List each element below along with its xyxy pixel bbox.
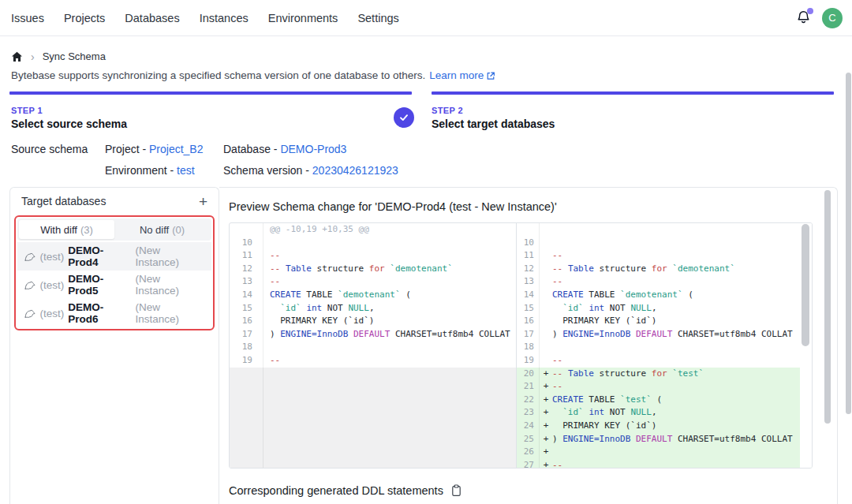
diff-line: 14CREATE TABLE `demotenant` ( bbox=[517, 289, 812, 302]
mysql-icon bbox=[24, 252, 36, 262]
diff-empty-filler bbox=[230, 368, 516, 468]
schema-version-link[interactable]: 20230426121923 bbox=[312, 164, 398, 177]
editor-scrollbar-track bbox=[800, 223, 812, 468]
tab-no-diff-count: (0) bbox=[172, 224, 185, 236]
diff-line: 20+-- Table structure for `test` bbox=[517, 368, 812, 381]
diff-line: 26+ bbox=[517, 446, 812, 459]
diff-line: 12-- Table structure for `demotenant` bbox=[517, 263, 812, 276]
step1-title: Select source schema bbox=[11, 118, 127, 130]
copy-ddl-icon[interactable] bbox=[450, 484, 462, 497]
home-icon[interactable] bbox=[11, 51, 23, 62]
learn-more-link[interactable]: Learn more bbox=[429, 69, 495, 81]
diff-hunk-header: @@ -10,19 +10,35 @@ bbox=[230, 223, 516, 237]
diff-line: 21+-- bbox=[517, 380, 812, 394]
nav-item-projects[interactable]: Projects bbox=[64, 12, 105, 24]
database-label: Database - bbox=[223, 143, 280, 155]
database-row-demo-prod4[interactable]: (test) DEMO-Prod4 (New Instance) bbox=[17, 242, 211, 271]
db-name: DEMO-Prod4 bbox=[68, 245, 131, 268]
diff-line: 15 `id` int NOT NULL, bbox=[230, 302, 516, 315]
diff-line: 16 PRIMARY KEY (`id`) bbox=[230, 315, 516, 328]
diff-line: 11-- bbox=[230, 249, 516, 263]
step1-progress-bar bbox=[9, 91, 412, 95]
page-scrollbar[interactable] bbox=[846, 73, 851, 414]
top-nav: Issues Projects Databases Instances Envi… bbox=[0, 0, 852, 36]
db-env: (test) bbox=[39, 308, 64, 319]
tab-no-diff[interactable]: No diff (0) bbox=[114, 220, 210, 239]
tab-with-diff-label: With diff bbox=[40, 224, 77, 236]
nav-item-databases[interactable]: Databases bbox=[125, 12, 179, 24]
preview-panel-scrollbar[interactable] bbox=[824, 190, 831, 424]
step2-progress-bar bbox=[432, 91, 834, 95]
notification-bell-icon[interactable] bbox=[795, 9, 812, 26]
diff-line: 23+ `id` int NOT NULL, bbox=[517, 406, 812, 420]
nav-item-settings[interactable]: Settings bbox=[357, 12, 398, 24]
diff-line: 11-- bbox=[517, 249, 812, 263]
schema-version-label: Schema version - bbox=[223, 164, 312, 177]
mysql-icon bbox=[24, 308, 36, 319]
database-row-demo-prod6[interactable]: (test) DEMO-Prod6 (New Instance) bbox=[17, 299, 211, 327]
source-environment-row: Environment - test bbox=[105, 164, 204, 177]
diff-line: 14CREATE TABLE `demotenant` ( bbox=[230, 289, 516, 302]
editor-scrollbar[interactable] bbox=[802, 224, 809, 346]
tab-with-diff[interactable]: With diff (3) bbox=[19, 220, 114, 239]
target-databases-title: Target databases bbox=[21, 195, 106, 207]
db-name: DEMO-Prod5 bbox=[68, 273, 131, 297]
nav-item-instances[interactable]: Instances bbox=[200, 12, 248, 24]
project-link[interactable]: Project_B2 bbox=[149, 143, 203, 155]
db-note: (New Instance) bbox=[135, 245, 204, 268]
target-databases-highlight-box: With diff (3) No diff (0) (test) DEMO-Pr… bbox=[14, 215, 215, 330]
intro-text: Bytebase supports synchronizing a specif… bbox=[11, 69, 425, 81]
preview-title: Preview Schema change for 'DEMO-Prod4 (t… bbox=[229, 200, 557, 213]
db-name: DEMO-Prod6 bbox=[68, 301, 131, 325]
diff-line: 10 bbox=[517, 237, 812, 250]
add-target-database-button[interactable]: + bbox=[197, 194, 209, 209]
diff-line: 18 bbox=[517, 341, 812, 354]
tab-no-diff-label: No diff bbox=[140, 224, 169, 236]
source-project-row: Project - Project_B2 bbox=[105, 143, 204, 155]
diff-line: 13-- bbox=[230, 275, 516, 289]
database-row-demo-prod5[interactable]: (test) DEMO-Prod5 (New Instance) bbox=[17, 271, 211, 299]
diff-editor[interactable]: @@ -10,19 +10,35 @@1011--12-- Table stru… bbox=[229, 222, 813, 469]
db-note: (New Instance) bbox=[135, 301, 204, 325]
diff-line: 24+ PRIMARY KEY (`id`) bbox=[517, 420, 812, 433]
database-link[interactable]: DEMO-Prod3 bbox=[280, 143, 346, 155]
diff-blank-row bbox=[517, 223, 812, 237]
nav-item-issues[interactable]: Issues bbox=[11, 12, 44, 24]
diff-pane-original: @@ -10,19 +10,35 @@1011--12-- Table stru… bbox=[230, 223, 517, 468]
tab-with-diff-count: (3) bbox=[80, 224, 93, 236]
diff-line: 13-- bbox=[517, 275, 812, 289]
db-note: (New Instance) bbox=[135, 273, 204, 297]
diff-line: 19-- bbox=[230, 354, 516, 368]
chevron-right-icon: › bbox=[31, 51, 35, 62]
diff-pane-modified: 1011--12-- Table structure for `demotena… bbox=[517, 223, 812, 468]
db-env: (test) bbox=[39, 251, 64, 263]
diff-line: 17) ENGINE=InnoDB DEFAULT CHARSET=utf8mb… bbox=[230, 328, 516, 342]
diff-line: 10 bbox=[230, 237, 516, 250]
environment-link[interactable]: test bbox=[177, 164, 195, 177]
diff-line: 17) ENGINE=InnoDB DEFAULT CHARSET=utf8mb… bbox=[517, 328, 812, 342]
diff-line: 25+) ENGINE=InnoDB DEFAULT CHARSET=utf8m… bbox=[517, 433, 812, 446]
intro-text-row: Bytebase supports synchronizing a specif… bbox=[11, 69, 495, 81]
diff-line: 16 PRIMARY KEY (`id`) bbox=[517, 315, 812, 328]
target-database-list: (test) DEMO-Prod4 (New Instance) (test) … bbox=[17, 242, 211, 327]
step1-label: STEP 1 bbox=[11, 106, 43, 115]
breadcrumb-current: Sync Schema bbox=[43, 50, 106, 62]
environment-label: Environment - bbox=[105, 164, 177, 177]
diff-line: 22+CREATE TABLE `test` ( bbox=[517, 394, 812, 407]
learn-more-label: Learn more bbox=[429, 69, 484, 81]
diff-line: 27+-- bbox=[517, 459, 812, 468]
external-link-icon bbox=[486, 71, 495, 80]
mysql-icon bbox=[24, 280, 36, 290]
db-env: (test) bbox=[39, 279, 64, 291]
target-databases-panel: Target databases + With diff (3) No diff… bbox=[9, 187, 219, 504]
source-version-row: Schema version - 20230426121923 bbox=[223, 164, 398, 177]
ddl-heading: Corresponding generated DDL statements bbox=[229, 484, 443, 497]
step2-label: STEP 2 bbox=[432, 106, 463, 115]
diff-line: 18 bbox=[230, 341, 516, 354]
step1-complete-check-icon bbox=[394, 107, 414, 128]
notification-dot bbox=[807, 8, 813, 14]
avatar[interactable]: C bbox=[822, 8, 843, 28]
diff-tabs: With diff (3) No diff (0) bbox=[17, 218, 211, 241]
diff-line: 12-- Table structure for `demotenant` bbox=[230, 263, 516, 276]
nav-item-environments[interactable]: Environments bbox=[268, 12, 338, 24]
